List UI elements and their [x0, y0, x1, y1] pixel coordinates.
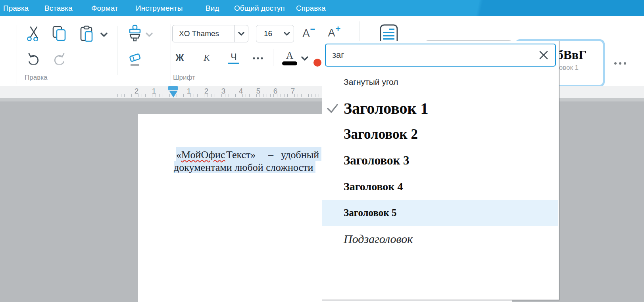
font-color-button[interactable]: А: [281, 49, 298, 67]
menu-item-help[interactable]: Справка: [296, 4, 326, 13]
menu-item-tools[interactable]: Инструменты: [136, 4, 183, 13]
chevron-down-icon: [100, 32, 108, 38]
redo-button[interactable]: [50, 51, 65, 66]
divider: [273, 49, 273, 66]
edit-group-label: Правка: [25, 74, 47, 82]
document-text: –: [268, 149, 273, 161]
increase-font-size-button[interactable]: A+: [325, 25, 344, 41]
clear-search-button[interactable]: [538, 50, 549, 60]
font-size-select[interactable]: 16: [256, 25, 294, 42]
highlight-color-icon[interactable]: [313, 59, 321, 67]
more-formatting-button[interactable]: [251, 54, 265, 62]
misspelled-word: МойОфис: [181, 149, 225, 161]
font-color-dropdown-button[interactable]: [300, 55, 310, 62]
font-family-dropdown-button[interactable]: [234, 25, 248, 42]
font-family-value: XO Thames: [173, 29, 234, 38]
styles-gallery-more-button[interactable]: [613, 59, 627, 66]
bold-button[interactable]: Ж: [174, 51, 186, 65]
style-option-folded-corner[interactable]: Загнутый угол: [322, 69, 558, 95]
font-family-select[interactable]: XO Thames: [172, 25, 248, 42]
chevron-down-icon: [283, 31, 290, 36]
copy-icon: [52, 26, 67, 42]
menu-item-view[interactable]: Вид: [206, 4, 219, 13]
document-text: Текст»: [226, 149, 256, 161]
paste-options-button[interactable]: [99, 31, 109, 38]
menu-item-edit[interactable]: Правка: [3, 4, 29, 13]
divider: [17, 25, 17, 84]
eraser-icon: [127, 50, 143, 67]
undo-button[interactable]: [27, 51, 42, 66]
left-indent-marker[interactable]: [169, 91, 177, 97]
cut-button[interactable]: [26, 25, 41, 42]
paste-icon: [79, 25, 95, 42]
font-group-label: Шрифт: [173, 74, 195, 82]
divider: [359, 21, 359, 42]
format-painter-button[interactable]: [127, 25, 143, 42]
style-option-heading4[interactable]: Заголовок 4: [322, 174, 558, 200]
format-painter-options-button[interactable]: [144, 31, 154, 38]
style-option-heading3[interactable]: Заголовок 3: [322, 147, 558, 174]
underline-accent: [228, 63, 239, 64]
underline-button[interactable]: Ч: [228, 50, 240, 64]
plus-sign: +: [336, 27, 341, 31]
menu-bar: Правка Вставка Формат Инструменты Вид Об…: [0, 0, 644, 16]
ellipsis-icon: [614, 62, 617, 65]
scissors-icon: [26, 25, 41, 41]
menu-item-insert[interactable]: Вставка: [44, 4, 73, 13]
divider: [117, 26, 117, 75]
chevron-down-icon: [301, 56, 309, 61]
style-option-heading2[interactable]: Заголовок 2: [322, 121, 558, 147]
paste-button[interactable]: [79, 25, 95, 42]
italic-button[interactable]: К: [201, 51, 213, 65]
style-option-subtitle[interactable]: Подзаголовок: [322, 226, 558, 252]
chevron-down-icon: [238, 31, 245, 36]
close-icon: [539, 50, 548, 60]
undo-icon: [28, 52, 42, 65]
checkmark-icon: [326, 103, 339, 114]
current-color-swatch: [282, 61, 297, 65]
style-search-dropdown: Загнутый угол Заголовок 1 Заголовок 2 За…: [322, 41, 559, 300]
paintbrush-icon: [127, 25, 143, 42]
menu-item-format[interactable]: Формат: [91, 4, 118, 13]
menu-item-share[interactable]: Общий доступ: [234, 4, 285, 13]
first-line-indent-marker[interactable]: [168, 86, 178, 90]
style-option-heading1[interactable]: Заголовок 1: [322, 95, 558, 121]
redo-icon: [51, 52, 65, 65]
clear-formatting-button[interactable]: [127, 50, 143, 67]
chevron-down-icon: [145, 32, 153, 38]
font-size-dropdown-button[interactable]: [280, 25, 294, 42]
app-window: Правка Вставка Формат Инструменты Вид Об…: [0, 0, 644, 302]
document-text: документами любой сложности: [174, 162, 313, 174]
style-option-heading5[interactable]: Заголовок 5: [322, 200, 558, 226]
copy-button[interactable]: [52, 25, 67, 42]
document-text: удобный: [281, 149, 319, 161]
divider: [171, 24, 171, 84]
style-search-input[interactable]: [325, 44, 556, 67]
ellipsis-icon: [252, 56, 264, 60]
document-text: «МойОфис: [176, 149, 225, 161]
decrease-font-size-button[interactable]: A−: [300, 26, 317, 41]
minus-sign: −: [310, 27, 315, 31]
font-size-value: 16: [256, 29, 280, 38]
